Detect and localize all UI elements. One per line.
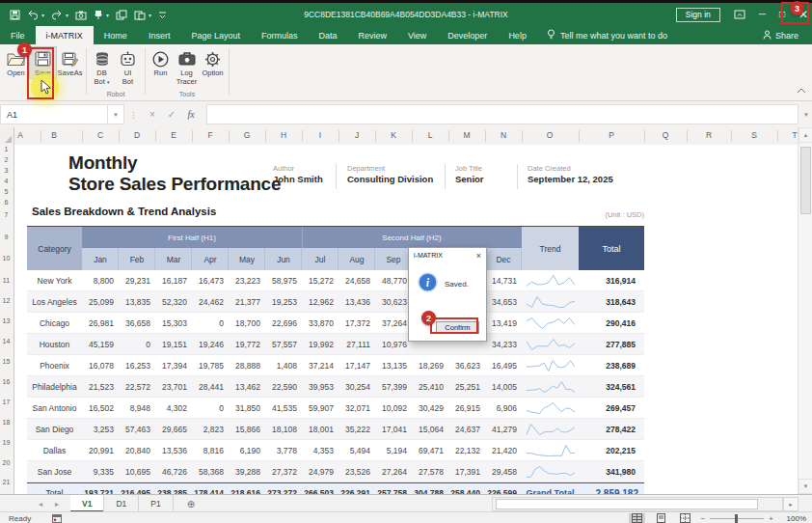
cell-oct[interactable]: 18,269	[412, 361, 448, 371]
hscroll-right-icon[interactable]: ▸	[783, 497, 798, 511]
cell-oct[interactable]: 27,578	[412, 467, 448, 477]
column-header-h[interactable]: H	[275, 130, 292, 140]
cell-nov[interactable]: 17,391	[448, 467, 485, 477]
cell-may[interactable]: 21,377	[229, 297, 265, 307]
ribbon-tab-insert[interactable]: Insert	[138, 26, 181, 44]
row-category[interactable]: Chicago	[27, 318, 82, 328]
qat-save-icon[interactable]	[10, 10, 20, 20]
cell-jun[interactable]: 57,557	[265, 340, 302, 349]
cell-feb[interactable]: 57,463	[119, 425, 155, 434]
ribbon-tab-formulas[interactable]: Formulas	[251, 26, 309, 44]
vertical-scrollbar[interactable]: ▲ ▼	[798, 127, 812, 494]
zoom-in-icon[interactable]: +	[769, 514, 773, 523]
ribbon-tab-view[interactable]: View	[397, 26, 437, 44]
trend-header-cell[interactable]: Trend	[522, 227, 579, 270]
trend-cell[interactable]	[522, 317, 579, 330]
cell-feb[interactable]: 8,948	[119, 403, 155, 413]
cell-mar[interactable]: 46,726	[155, 467, 192, 477]
trend-cell[interactable]	[522, 359, 579, 372]
cell-sep[interactable]: 17,041	[375, 425, 412, 434]
cell-nov[interactable]: 24,637	[448, 425, 485, 434]
column-header-j[interactable]: J	[348, 130, 365, 140]
row-total[interactable]: 316,914	[579, 276, 644, 286]
row-header-12[interactable]: 12	[0, 297, 13, 304]
cell-dec[interactable]: 41,279	[485, 425, 522, 434]
cell-jun[interactable]: 41,535	[265, 403, 302, 413]
zoom-out-icon[interactable]: −	[701, 514, 706, 523]
month-header-jan[interactable]: Jan	[82, 248, 119, 270]
cell-aug[interactable]: 32,071	[338, 403, 375, 413]
trend-cell[interactable]	[522, 401, 579, 415]
cell-jan[interactable]: 26,981	[82, 318, 119, 328]
row-category[interactable]: Houston	[27, 340, 82, 349]
sheet-tab-p1[interactable]: P1	[139, 495, 173, 512]
cell-aug[interactable]: 17,147	[338, 361, 375, 371]
cell-mar[interactable]: 13,536	[155, 446, 192, 455]
cell-jan[interactable]: 25,099	[82, 297, 119, 307]
ui-bot-button[interactable]: UI Bot	[115, 46, 141, 86]
cell-jun[interactable]: 22,696	[265, 318, 302, 328]
cell-sep[interactable]: 30,623	[375, 297, 412, 307]
cell-jun[interactable]: 1,408	[265, 361, 302, 371]
cell-jan[interactable]: 3,253	[82, 425, 119, 434]
cell-may[interactable]: 39,288	[229, 467, 265, 477]
name-box-dropdown-icon[interactable]: ▼	[108, 104, 124, 124]
cell-feb[interactable]: 29,231	[119, 276, 155, 286]
cell-jul[interactable]: 24,979	[302, 467, 338, 477]
row-header-11[interactable]: 11	[0, 277, 13, 284]
month-header-aug[interactable]: Aug	[338, 248, 375, 270]
row-category[interactable]: New York	[27, 276, 82, 286]
tell-me-box[interactable]: Tell me what you want to do	[537, 26, 677, 44]
row-header-5[interactable]: 5	[0, 188, 13, 195]
cell-jun[interactable]: 27,372	[265, 467, 302, 477]
cell-may[interactable]: 6,190	[229, 446, 265, 455]
column-header-t[interactable]: T	[786, 130, 798, 140]
enter-entry-icon[interactable]: ✓	[162, 109, 181, 120]
cell-aug[interactable]: 30,254	[338, 382, 375, 392]
cell-sep[interactable]: 57,399	[375, 382, 412, 392]
cell-jul[interactable]: 4,353	[302, 446, 338, 455]
sheet-tab-d1[interactable]: D1	[104, 495, 139, 512]
formula-input[interactable]	[206, 104, 798, 124]
row-category[interactable]: San Diego	[27, 425, 82, 434]
cell-oct[interactable]: 15,064	[412, 425, 448, 434]
cell-may[interactable]: 13,462	[229, 382, 265, 392]
month-header-apr[interactable]: Apr	[192, 248, 229, 270]
row-total[interactable]: 318,643	[579, 297, 644, 307]
cell-sep[interactable]: 10,092	[375, 403, 412, 413]
row-total[interactable]: 290,416	[579, 318, 644, 328]
vertical-scroll-thumb[interactable]	[800, 147, 811, 214]
macro-record-icon[interactable]	[52, 514, 62, 523]
row-category[interactable]: San Jose	[27, 467, 82, 477]
cell-sep[interactable]: 27,264	[375, 467, 412, 477]
cell-aug[interactable]: 23,526	[338, 467, 375, 477]
cell-mar[interactable]: 17,394	[155, 361, 192, 371]
ribbon-tab-home[interactable]: Home	[94, 26, 138, 44]
cell-aug[interactable]: 5,494	[338, 446, 375, 455]
column-header-k[interactable]: K	[385, 130, 402, 140]
cell-dec[interactable]: 21,420	[485, 446, 522, 455]
cell-dec[interactable]: 34,233	[485, 340, 522, 349]
cell-mar[interactable]: 16,187	[155, 276, 192, 286]
row-total[interactable]: 341,980	[579, 467, 644, 477]
cell-apr[interactable]: 0	[192, 318, 229, 328]
ribbon-tab-review[interactable]: Review	[347, 26, 397, 44]
cell-apr[interactable]: 19,785	[192, 361, 229, 371]
cell-mar[interactable]: 15,303	[155, 318, 192, 328]
scroll-up-icon[interactable]: ▲	[798, 127, 812, 143]
qat-customize-icon[interactable]	[158, 10, 167, 20]
trend-cell[interactable]	[522, 444, 579, 457]
cell-nov[interactable]: 22,132	[448, 446, 485, 455]
cell-apr[interactable]: 8,816	[192, 446, 229, 455]
row-header-21[interactable]: 21	[0, 479, 13, 485]
row-category[interactable]: San Antonio	[27, 403, 82, 413]
column-header-g[interactable]: G	[238, 130, 256, 140]
cell-sep[interactable]: 10,976	[375, 340, 412, 349]
cell-feb[interactable]: 16,253	[119, 361, 155, 371]
trend-cell[interactable]	[522, 465, 579, 479]
ribbon-tab-i-matrix[interactable]: i-MATRIX	[36, 26, 94, 44]
column-header-q[interactable]: Q	[657, 130, 674, 140]
sheet-nav-right-icon[interactable]: ▸	[55, 500, 59, 509]
row-total[interactable]: 277,885	[579, 340, 644, 349]
column-header-r[interactable]: R	[700, 130, 717, 140]
